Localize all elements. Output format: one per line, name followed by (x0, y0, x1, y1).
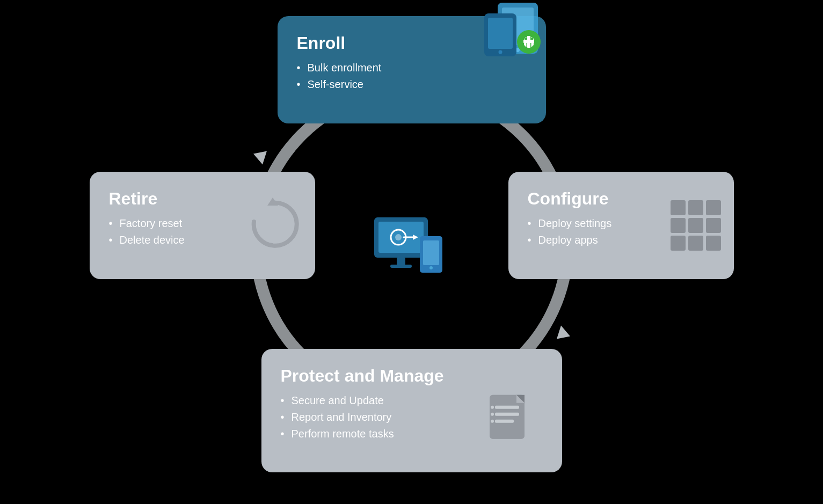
enroll-icon (482, 0, 551, 67)
svg-marker-4 (253, 151, 267, 164)
svg-marker-2 (557, 325, 570, 339)
svg-point-34 (395, 234, 402, 240)
card-retire: Retire Factory reset Delete device (90, 172, 315, 279)
svg-rect-9 (488, 18, 513, 49)
center-mdm-icon (369, 212, 455, 289)
protect-title: Protect and Manage (281, 366, 543, 386)
svg-rect-17 (523, 40, 534, 43)
protect-report-icon (482, 392, 541, 453)
card-configure: Configure Deploy settings Deploy apps (508, 172, 734, 279)
svg-rect-21 (495, 412, 519, 415)
card-enroll: Enroll Bulk enrollment Self-service (278, 16, 546, 123)
svg-rect-22 (495, 419, 514, 422)
svg-point-39 (429, 266, 433, 269)
retire-refresh-icon (243, 195, 302, 256)
svg-rect-31 (397, 258, 405, 265)
configure-grid-icon (671, 200, 721, 251)
svg-rect-20 (495, 405, 519, 408)
enroll-item-2: Self-service (297, 78, 527, 91)
svg-point-10 (498, 50, 502, 54)
svg-rect-38 (423, 240, 439, 265)
svg-rect-32 (390, 265, 412, 268)
svg-point-25 (491, 419, 494, 422)
card-protect: Protect and Manage Secure and Update Rep… (261, 349, 562, 472)
svg-point-24 (491, 412, 494, 415)
diagram-container: Enroll Bulk enrollment Self-service (90, 16, 734, 488)
svg-point-23 (491, 405, 494, 408)
